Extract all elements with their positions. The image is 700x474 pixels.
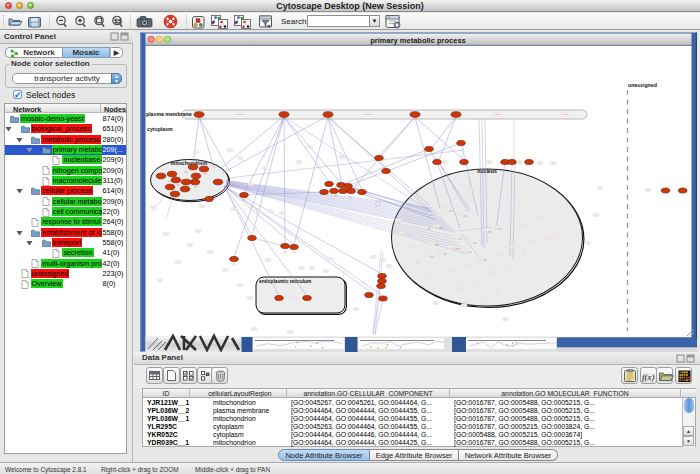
svg-text:f(x): f(x) bbox=[642, 372, 655, 382]
svg-text:1:1: 1:1 bbox=[115, 18, 122, 24]
svg-text:cytoplasm: cytoplasm bbox=[147, 126, 173, 132]
svg-text:endoplasmic reticulum: endoplasmic reticulum bbox=[259, 279, 311, 284]
svg-text:unassigned: unassigned bbox=[628, 82, 657, 88]
svg-text:mitochondrion: mitochondrion bbox=[171, 160, 207, 166]
svg-text:primary metabolic process: primary metabolic process bbox=[370, 36, 465, 45]
svg-text:plasma membrane: plasma membrane bbox=[146, 111, 192, 117]
